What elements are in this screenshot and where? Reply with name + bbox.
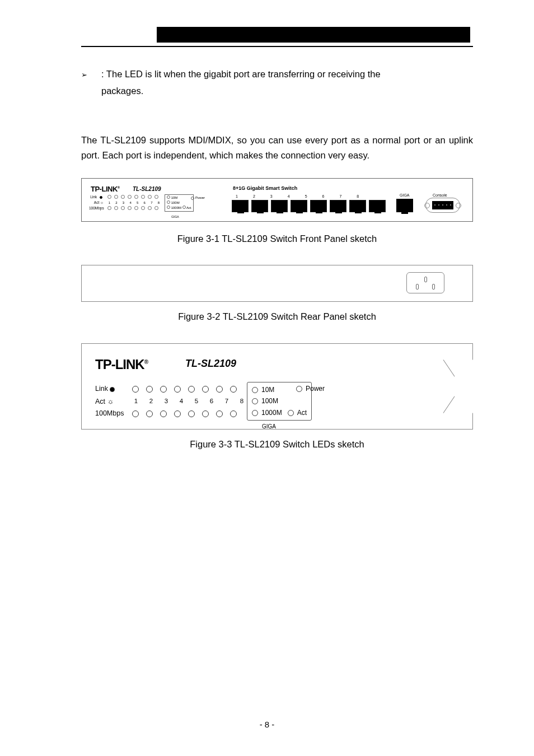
link-label: Link <box>89 194 106 199</box>
giga-label: GIGA <box>262 422 276 431</box>
section-paragraph: The TL-SL2109 supports MDI/MDIX, so you … <box>81 133 473 162</box>
brand-logo-large: TP-LINK® <box>95 354 148 375</box>
led-panel-diagram: TP-LINK® TL-SL2109 Link Act ☼ 12345678 1… <box>81 343 473 430</box>
port-numbers: 12345678 <box>236 194 359 200</box>
led-rows: Link Act ☼ 12345678 100Mbps <box>95 383 246 420</box>
mbps-label: 100Mbps <box>95 408 132 419</box>
bullet-text-line2: packages. <box>101 84 473 99</box>
led-indicator-block: Link Act ☼ 12345678 100Mbps <box>89 194 162 211</box>
chapter-header-bar <box>157 27 470 43</box>
port-icon <box>349 200 366 212</box>
horizontal-rule <box>81 46 473 47</box>
power-socket-icon <box>406 272 444 293</box>
giga-port-icon <box>396 199 413 212</box>
figure-caption-1: Figure 3-1 TL-SL2109 Switch Front Panel … <box>81 232 473 246</box>
port-icon <box>271 200 288 212</box>
model-label: TL-SL2109 <box>133 185 161 194</box>
brand-logo: TP-LINK® <box>91 184 120 195</box>
bullet-item: ➢ : The LED is lit when the gigabit port… <box>81 67 473 82</box>
port-icon <box>251 200 268 212</box>
port-icon <box>369 200 386 212</box>
act-label: Act ☼ <box>95 396 132 407</box>
console-port-icon <box>425 198 460 213</box>
power-indicator: Power <box>296 384 325 394</box>
port-icon <box>310 200 327 212</box>
figure-caption-3: Figure 3-3 TL-SL2109 Switch LEDs sketch <box>81 437 473 452</box>
act-label: Act ☼ <box>89 200 106 205</box>
port-icon <box>291 200 307 212</box>
giga-port-label: GIGA <box>400 193 410 199</box>
figure-caption-2: Figure 3-2 TL-SL2109 Switch Rear Panel s… <box>81 310 473 324</box>
ethernet-ports <box>232 200 386 212</box>
port-icon <box>232 200 249 212</box>
product-desc: 8+1G Gigabit Smart Switch <box>233 185 297 193</box>
link-label: Link <box>95 384 132 394</box>
mbps-label: 100Mbps <box>89 206 106 211</box>
power-led: Power <box>191 195 205 200</box>
front-panel-diagram: TP-LINK® TL-SL2109 8+1G Gigabit Smart Sw… <box>81 178 473 222</box>
model-label-large: TL-SL2109 <box>185 356 236 372</box>
bullet-symbol: ➢ <box>81 67 101 82</box>
port-icon <box>330 200 346 212</box>
giga-label: GIGA <box>171 214 179 220</box>
giga-led-box: 10M 100M 1000M Act <box>165 194 194 212</box>
page-number: - 8 - <box>0 720 534 729</box>
page-content: ➢ : The LED is lit when the gigabit port… <box>81 67 473 452</box>
rear-panel-diagram <box>81 265 473 302</box>
bullet-text-line1: : The LED is lit when the gigabit port a… <box>101 67 473 82</box>
